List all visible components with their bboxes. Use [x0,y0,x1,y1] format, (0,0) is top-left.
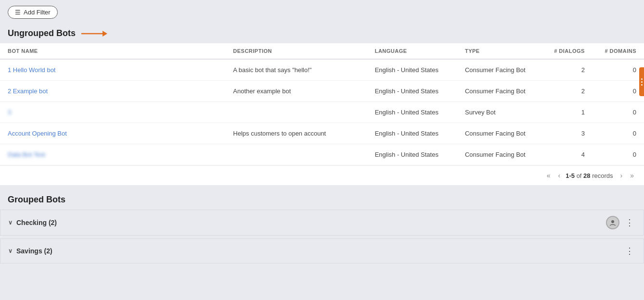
bot-dialogs: 3 [541,123,592,144]
bot-name-blurred: Data Bot Test [8,151,45,158]
add-filter-button[interactable]: ☰ Add Filter [8,6,58,19]
bot-domains: 0 [592,81,644,102]
bot-type: Consumer Facing Bot [457,123,541,144]
group-row-right: ⋮ [606,216,636,229]
last-page-button[interactable]: » [628,171,636,180]
col-dialogs: # DIALOGS [541,43,592,59]
prev-page-button[interactable]: ‹ [556,171,563,180]
bot-dialogs: 4 [541,144,592,165]
bot-type: Consumer Facing Bot [457,81,541,102]
table-row: Data Bot TestEnglish - United StatesCons… [0,144,644,165]
chevron-down-icon: ∨ [8,248,13,254]
bot-language: English - United States [367,81,457,102]
bot-name-blurred: 3 [8,109,11,116]
bot-name-link[interactable]: 1 Hello World bot [8,66,55,74]
table-row: Account Opening BotHelps customers to op… [0,123,644,144]
pagination-info: 1-5 of 28 records [566,172,613,179]
group-row-right: ⋮ [623,245,636,257]
ungrouped-section-header: Ungrouped Bots [0,25,644,43]
next-page-button[interactable]: › [618,171,625,180]
pagination-row: « ‹ 1-5 of 28 records › » [0,165,644,185]
bot-description: A basic bot that says "hello!" [225,59,367,81]
table-row: 2 Example botAnother example botEnglish … [0,81,644,102]
arrow-icon [81,29,108,38]
chevron-down-icon: ∨ [8,219,13,226]
grouped-section: Grouped Bots ∨Checking (2)⋮∨Savings (2)⋮ [0,185,644,263]
bot-type: Survey Bot [457,102,541,123]
group-row-0[interactable]: ∨Checking (2)⋮ [0,210,644,236]
bot-name-link[interactable]: Account Opening Bot [8,130,67,137]
top-bar: ☰ Add Filter [0,0,644,25]
bot-domains: 0 [592,102,644,123]
table-header: BOT NAME DESCRIPTION LANGUAGE TYPE # DIA… [0,43,644,59]
bot-language: English - United States [367,102,457,123]
add-filter-label: Add Filter [24,9,51,16]
group-more-button[interactable]: ⋮ [623,216,636,229]
bot-dialogs: 2 [541,81,592,102]
bot-language: English - United States [367,59,457,81]
group-label: Checking (2) [16,219,57,226]
svg-point-2 [611,220,614,223]
group-row-left: ∨Savings (2) [8,247,52,255]
bot-language: English - United States [367,123,457,144]
col-type: TYPE [457,43,541,59]
bot-description: Another example bot [225,81,367,102]
bot-dialogs: 2 [541,59,592,81]
col-bot-name: BOT NAME [0,43,225,59]
bot-domains: 0 [592,59,644,81]
col-language: LANGUAGE [367,43,457,59]
bot-name-link[interactable]: 2 Example bot [8,88,48,95]
ungrouped-title: Ungrouped Bots [8,28,76,38]
bot-type: Consumer Facing Bot [457,144,541,165]
bot-language: English - United States [367,144,457,165]
bot-description [225,102,367,123]
bot-domains: 0 [592,123,644,144]
bot-description [225,144,367,165]
bot-domains: 0 [592,144,644,165]
table-body: 1 Hello World botA basic bot that says "… [0,59,644,165]
group-row-1[interactable]: ∨Savings (2)⋮ [0,238,644,263]
filter-icon: ☰ [15,9,21,16]
bots-table: BOT NAME DESCRIPTION LANGUAGE TYPE # DIA… [0,43,644,165]
col-description: DESCRIPTION [225,43,367,59]
table-row: 3English - United StatesSurvey Bot10 [0,102,644,123]
bot-description: Helps customers to open account [225,123,367,144]
bot-dialogs: 1 [541,102,592,123]
group-more-button[interactable]: ⋮ [623,245,636,257]
bot-type: Consumer Facing Bot [457,59,541,81]
table-row: 1 Hello World botA basic bot that says "… [0,59,644,81]
bot-group-icon[interactable] [606,216,619,229]
bots-table-container: BOT NAME DESCRIPTION LANGUAGE TYPE # DIA… [0,43,644,185]
first-page-button[interactable]: « [544,171,553,180]
group-label: Savings (2) [16,247,52,255]
groups-container: ∨Checking (2)⋮∨Savings (2)⋮ [0,210,644,263]
right-edge-indicator [639,67,644,96]
col-domains: # DOMAINS [592,43,644,59]
group-row-left: ∨Checking (2) [8,219,57,226]
grouped-title: Grouped Bots [0,193,644,210]
svg-marker-1 [103,31,107,37]
